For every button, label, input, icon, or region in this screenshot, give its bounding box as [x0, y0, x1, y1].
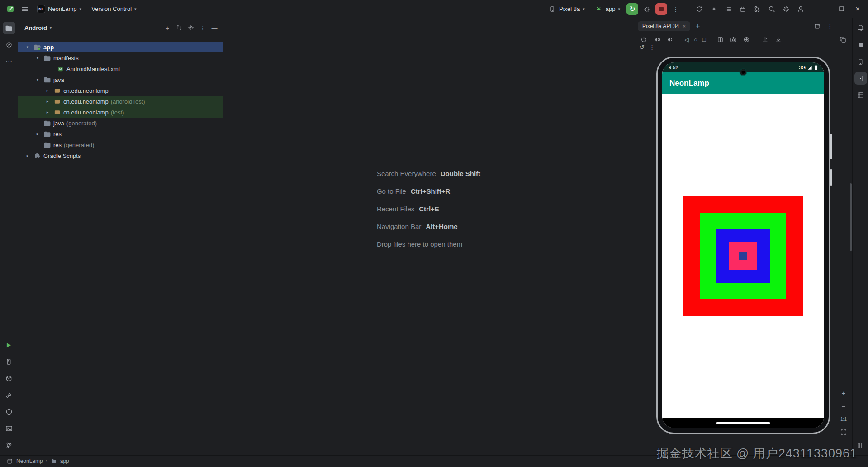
run-tool-button[interactable]: ▶	[3, 338, 15, 351]
rerun-button[interactable]: ↻	[626, 3, 638, 15]
panel-more-icon[interactable]: ⋮	[824, 20, 836, 32]
device-clock: 9:52	[669, 65, 678, 70]
close-button[interactable]: ×	[851, 3, 864, 15]
mirror-settings-icon[interactable]	[839, 35, 847, 43]
fold-device-icon[interactable]	[716, 35, 725, 43]
close-tab-icon[interactable]: ×	[683, 24, 685, 29]
download-icon[interactable]	[774, 35, 783, 43]
more-tool-windows-icon[interactable]: ⋯	[3, 55, 15, 68]
tree-item-android-manifest[interactable]: M AndroidManifest.xml	[18, 63, 223, 74]
stop-button[interactable]	[655, 3, 667, 15]
running-devices-tool-button[interactable]	[854, 72, 867, 85]
project-tool-button[interactable]	[3, 22, 15, 34]
tree-item-app[interactable]: ▾ app	[18, 42, 223, 52]
tree-item-java[interactable]: ▾ java	[18, 74, 223, 85]
app-inspection-tool-button[interactable]	[3, 372, 15, 385]
device-tab[interactable]: Pixel 8a API 34 ×	[638, 21, 690, 31]
logcat-tool-button[interactable]	[3, 355, 15, 368]
hide-panel-icon[interactable]: —	[209, 22, 220, 33]
volume-up-icon[interactable]	[653, 35, 661, 43]
zoom-fit-button[interactable]	[839, 427, 849, 437]
project-selector[interactable]: NL NeonLamp ▾	[33, 3, 85, 15]
tree-item-res-generated[interactable]: res (generated)	[18, 139, 223, 150]
breadcrumb-project[interactable]: NeonLamp	[16, 458, 43, 464]
device-frame: 9:52 3G NeonLamp	[656, 57, 830, 434]
hide-panel-icon[interactable]: —	[837, 20, 849, 32]
tree-item-gradle-scripts[interactable]: ▸ Gradle Scripts	[18, 150, 223, 161]
problems-tool-button[interactable]	[3, 405, 15, 418]
chevron-right-icon[interactable]: ▸	[34, 132, 41, 136]
chevron-down-icon[interactable]: ▾	[34, 56, 41, 60]
add-device-tab-icon[interactable]: +	[693, 21, 703, 31]
panel-more-icon[interactable]: ⋮	[197, 22, 208, 33]
screen-record-icon[interactable]	[743, 35, 751, 43]
left-tool-strip: ⋯ ▶	[0, 18, 18, 455]
new-item-icon[interactable]: +	[162, 22, 173, 33]
commit-tool-button[interactable]	[3, 38, 15, 51]
project-view-selector[interactable]: Android ▾	[24, 24, 52, 31]
chevron-right-icon[interactable]: ▸	[44, 88, 51, 93]
locate-file-icon[interactable]	[185, 22, 196, 33]
device-screen[interactable]: 9:52 3G NeonLamp	[662, 62, 824, 428]
chevron-down-icon[interactable]: ▾	[34, 77, 41, 82]
overview-icon[interactable]: □	[702, 37, 706, 43]
zoom-reset-button[interactable]: 1:1	[839, 414, 849, 424]
search-icon[interactable]	[766, 3, 778, 15]
shortcut-hints: Search Everywhere Double Shift Go to Fil…	[377, 165, 480, 253]
power-icon[interactable]	[640, 35, 648, 43]
chevron-right-icon[interactable]: ▸	[24, 153, 31, 158]
maximize-button[interactable]	[835, 3, 848, 15]
open-in-window-icon[interactable]	[811, 20, 823, 32]
package-icon	[53, 87, 61, 95]
folder-icon	[43, 54, 51, 62]
expand-collapse-icon[interactable]	[174, 22, 185, 33]
device-selector[interactable]: Pixel 8a ▾	[545, 3, 588, 15]
home-icon[interactable]: ○	[694, 37, 697, 43]
tree-item-package-android-test[interactable]: ▸ cn.edu.neonlamp (androidTest)	[18, 96, 223, 107]
device-more-icon[interactable]: ⋮	[649, 44, 655, 50]
device-manager-tool-button[interactable]	[854, 55, 867, 68]
terminal-tool-button[interactable]	[3, 422, 15, 435]
main-menu-icon[interactable]	[19, 3, 31, 15]
plugins-icon[interactable]	[737, 3, 749, 15]
more-actions-icon[interactable]: ⋮	[670, 3, 682, 15]
zoom-in-button[interactable]: +	[839, 388, 849, 398]
notifications-bell-icon[interactable]	[854, 22, 867, 34]
gesture-nav-bar[interactable]	[662, 418, 824, 428]
build-tool-button[interactable]	[3, 389, 15, 401]
gradle-icon	[33, 152, 41, 160]
gradle-tool-button[interactable]	[854, 38, 867, 51]
tree-item-java-generated[interactable]: java (generated)	[18, 118, 223, 129]
run-config-selector[interactable]: app ▾	[591, 3, 624, 15]
chevron-down-icon[interactable]: ▾	[24, 45, 31, 49]
debug-icon[interactable]	[641, 3, 653, 15]
tree-item-package-main[interactable]: ▸ cn.edu.neonlamp	[18, 85, 223, 96]
settings-icon[interactable]	[780, 3, 792, 15]
back-icon[interactable]: ◁	[684, 37, 689, 43]
reset-view-icon[interactable]: ↺	[640, 44, 645, 50]
chevron-right-icon[interactable]: ▸	[44, 99, 51, 104]
pull-requests-icon[interactable]	[751, 3, 763, 15]
upload-icon[interactable]	[761, 35, 769, 43]
app-content[interactable]	[662, 94, 824, 418]
screenshot-icon[interactable]	[730, 35, 738, 43]
version-control-selector[interactable]: Version Control ▾	[88, 4, 140, 14]
layout-inspector-tool-button[interactable]	[854, 89, 867, 101]
tree-item-manifests[interactable]: ▾ manifests	[18, 52, 223, 63]
sync-icon[interactable]	[693, 3, 705, 15]
device-mirror-area: 9:52 3G NeonLamp	[634, 51, 852, 455]
tree-item-res[interactable]: ▸ res	[18, 129, 223, 139]
version-control-tool-button[interactable]	[3, 439, 15, 452]
todo-list-icon[interactable]	[722, 3, 734, 15]
camera-punch-hole	[740, 69, 746, 75]
ai-assistant-icon[interactable]	[708, 3, 720, 15]
minimize-button[interactable]: —	[818, 3, 832, 15]
breadcrumb-module[interactable]: app	[60, 458, 69, 464]
tree-item-package-test[interactable]: ▸ cn.edu.neonlamp (test)	[18, 107, 223, 118]
zoom-out-button[interactable]: −	[839, 401, 849, 411]
volume-rocker	[830, 134, 832, 159]
chevron-right-icon[interactable]: ▸	[44, 110, 51, 114]
volume-down-icon[interactable]	[666, 35, 674, 43]
scrollbar-thumb[interactable]	[850, 183, 852, 251]
account-icon[interactable]	[795, 3, 806, 15]
